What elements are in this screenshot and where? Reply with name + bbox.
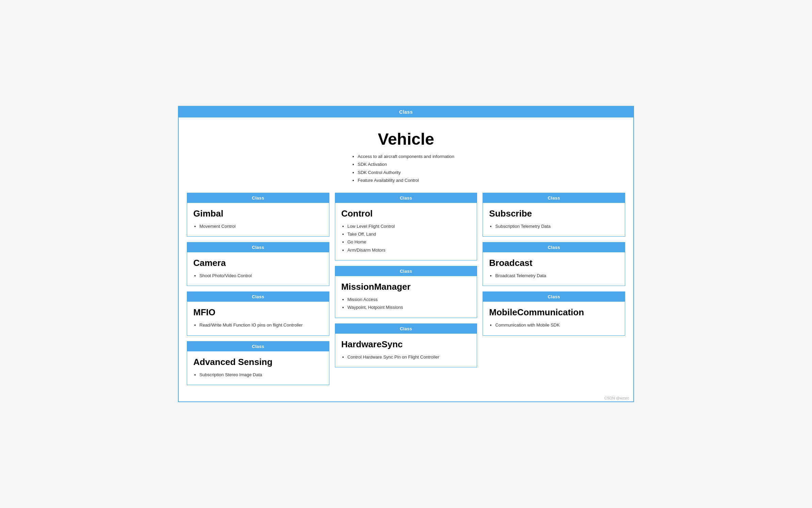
- mfio-bullets: Read/Write Multi Function IO pins on fli…: [193, 321, 323, 329]
- gimbal-bullets: Movement Control: [193, 222, 323, 230]
- vehicle-bullet-3: SDK Control Authority: [358, 169, 454, 176]
- center-column: Class Control Low Level Flight Control T…: [335, 193, 477, 368]
- vehicle-bullet-2: SDK Activation: [358, 160, 454, 168]
- vehicle-bullet-1: Access to all aircraft components and in…: [358, 153, 454, 160]
- mobile-communication-title: MobileCommunication: [489, 307, 619, 318]
- mobile-communication-bullets: Communication with Mobile SDK: [489, 321, 619, 329]
- mobile-communication-header: Class: [483, 292, 625, 302]
- gimbal-header: Class: [187, 193, 329, 203]
- card-mission-manager: Class MissionManager Mission Access Wayp…: [335, 266, 477, 318]
- mission-manager-header: Class: [335, 266, 477, 276]
- subscribe-header: Class: [483, 193, 625, 203]
- control-bullet-4: Arm/Disarm Motors: [347, 246, 471, 254]
- card-control: Class Control Low Level Flight Control T…: [335, 193, 477, 261]
- card-camera: Class Camera Shoot Photo/Video Control: [187, 242, 329, 286]
- camera-bullet-1: Shoot Photo/Video Control: [199, 272, 323, 280]
- card-broadcast: Class Broadcast Broadcast Telemetry Data: [483, 242, 625, 286]
- control-bullet-3: Go Home: [347, 238, 471, 246]
- card-subscribe: Class Subscribe Subscription Telemetry D…: [483, 193, 625, 237]
- advanced-sensing-bullet-1: Subscription Stereo Image Data: [199, 371, 323, 379]
- gimbal-bullet-1: Movement Control: [199, 222, 323, 230]
- subscribe-bullets: Subscription Telemetry Data: [489, 222, 619, 230]
- mfio-header: Class: [187, 292, 329, 302]
- broadcast-bullets: Broadcast Telemetry Data: [489, 272, 619, 280]
- mission-manager-bullet-1: Mission Access: [347, 296, 471, 303]
- mission-manager-title: MissionManager: [341, 282, 471, 292]
- camera-header: Class: [187, 242, 329, 252]
- advanced-sensing-header: Class: [187, 342, 329, 351]
- control-header: Class: [335, 193, 477, 203]
- card-mfio: Class MFIO Read/Write Multi Function IO …: [187, 291, 329, 335]
- vehicle-title: Vehicle: [187, 130, 625, 148]
- hardware-sync-title: HardwareSync: [341, 339, 471, 350]
- card-advanced-sensing: Class Advanced Sensing Subscription Ster…: [187, 341, 329, 385]
- control-title: Control: [341, 208, 471, 219]
- vehicle-section: Vehicle Access to all aircraft component…: [187, 124, 625, 193]
- vehicle-bullet-4: Feature Availability and Control: [358, 176, 454, 184]
- mission-manager-bullet-2: Waypoint, Hotpoint Missions: [347, 303, 471, 311]
- right-column: Class Subscribe Subscription Telemetry D…: [483, 193, 625, 336]
- hardware-sync-bullet-1: Control Hardware Sync Pin on Flight Cont…: [347, 353, 471, 361]
- broadcast-title: Broadcast: [489, 258, 619, 268]
- control-bullet-2: Take Off, Land: [347, 230, 471, 238]
- mobile-communication-bullet-1: Communication with Mobile SDK: [495, 321, 619, 329]
- subscribe-title: Subscribe: [489, 208, 619, 219]
- main-container: Class Vehicle Access to all aircraft com…: [178, 106, 634, 402]
- gimbal-title: Gimbal: [193, 208, 323, 219]
- hardware-sync-header: Class: [335, 324, 477, 334]
- hardware-sync-bullets: Control Hardware Sync Pin on Flight Cont…: [341, 353, 471, 361]
- camera-bullets: Shoot Photo/Video Control: [193, 272, 323, 280]
- card-hardware-sync: Class HardwareSync Control Hardware Sync…: [335, 323, 477, 367]
- mfio-bullet-1: Read/Write Multi Function IO pins on fli…: [199, 321, 323, 329]
- vehicle-bullets: Access to all aircraft components and in…: [358, 153, 454, 185]
- mission-manager-bullets: Mission Access Waypoint, Hotpoint Missio…: [341, 296, 471, 312]
- broadcast-header: Class: [483, 242, 625, 252]
- class-grid: Class Gimbal Movement Control Class Came…: [187, 193, 625, 385]
- camera-title: Camera: [193, 258, 323, 268]
- subscribe-bullet-1: Subscription Telemetry Data: [495, 222, 619, 230]
- page-footer: CSDN @wzsrc: [179, 393, 633, 401]
- advanced-sensing-title: Advanced Sensing: [193, 357, 323, 367]
- left-column: Class Gimbal Movement Control Class Came…: [187, 193, 329, 385]
- control-bullets: Low Level Flight Control Take Off, Land …: [341, 222, 471, 254]
- control-bullet-1: Low Level Flight Control: [347, 222, 471, 230]
- card-mobile-communication: Class MobileCommunication Communication …: [483, 291, 625, 335]
- mfio-title: MFIO: [193, 307, 323, 318]
- broadcast-bullet-1: Broadcast Telemetry Data: [495, 272, 619, 280]
- card-gimbal: Class Gimbal Movement Control: [187, 193, 329, 237]
- advanced-sensing-bullets: Subscription Stereo Image Data: [193, 371, 323, 379]
- outer-class-header: Class: [179, 107, 633, 117]
